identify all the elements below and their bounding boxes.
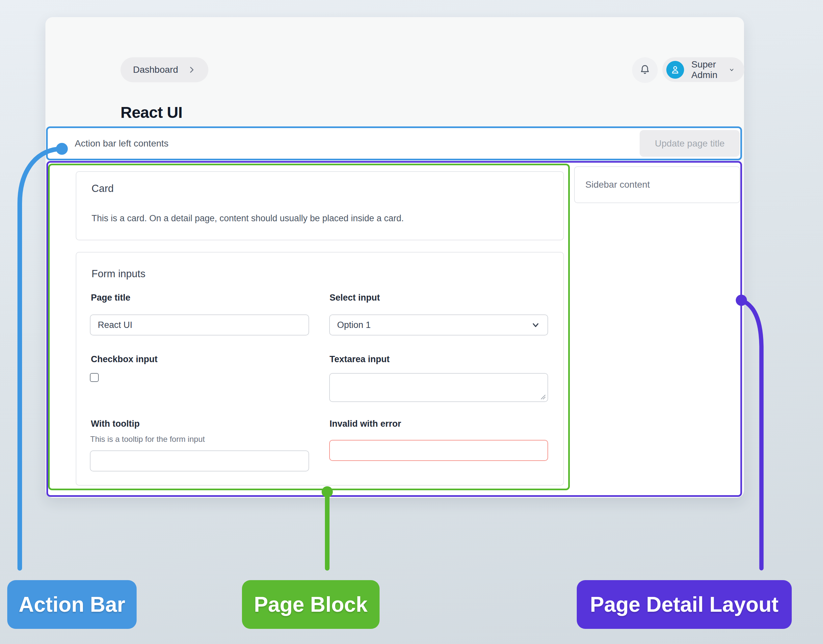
user-name: Super Admin bbox=[691, 59, 722, 80]
select-value: Option 1 bbox=[337, 320, 371, 330]
textarea-input[interactable] bbox=[329, 373, 548, 402]
page-detail-connector-line bbox=[741, 300, 762, 568]
textarea-input-label: Textarea input bbox=[330, 354, 390, 365]
checkbox-input-label: Checkbox input bbox=[91, 354, 158, 365]
legend-action-bar: Action Bar bbox=[7, 580, 136, 629]
invalid-error-input[interactable] bbox=[329, 440, 548, 461]
user-icon bbox=[670, 64, 681, 75]
action-bar-left-text: Action bar left contents bbox=[75, 138, 169, 149]
chevron-down-icon bbox=[729, 65, 734, 75]
with-tooltip-input[interactable] bbox=[90, 451, 309, 471]
legend-page-detail-layout: Page Detail Layout bbox=[577, 580, 792, 629]
update-page-title-button[interactable]: Update page title bbox=[640, 130, 740, 157]
legend-page-block: Page Block bbox=[242, 580, 380, 629]
with-tooltip-label: With tooltip bbox=[91, 419, 139, 429]
textarea-wrap bbox=[329, 373, 548, 402]
bell-icon bbox=[639, 64, 651, 77]
page-title-label: Page title bbox=[91, 293, 130, 303]
breadcrumb-item-dashboard[interactable]: Dashboard bbox=[133, 64, 178, 75]
sidebar-card: Sidebar content bbox=[574, 166, 740, 203]
resize-corner-icon[interactable] bbox=[540, 394, 546, 400]
sidebar-content-text: Sidebar content bbox=[585, 179, 650, 190]
checkbox-input[interactable] bbox=[90, 373, 99, 382]
form-card-title: Form inputs bbox=[92, 268, 146, 280]
invalid-with-error-label: Invalid with error bbox=[330, 419, 401, 429]
chevron-down-icon bbox=[531, 320, 540, 330]
breadcrumb[interactable]: Dashboard bbox=[121, 57, 208, 82]
select-input-label: Select input bbox=[330, 293, 380, 303]
page-title: React UI bbox=[121, 103, 182, 121]
tooltip-text: This is a tooltip for the form input bbox=[90, 435, 205, 444]
chevron-right-icon bbox=[187, 66, 196, 74]
card-body-text: This is a card. On a detail page, conten… bbox=[92, 213, 404, 224]
action-bar: Action bar left contents Update page tit… bbox=[46, 126, 742, 160]
notifications-button[interactable] bbox=[632, 57, 658, 83]
user-menu[interactable]: Super Admin bbox=[662, 57, 744, 82]
avatar bbox=[666, 61, 684, 79]
card: Card This is a card. On a detail page, c… bbox=[76, 171, 564, 240]
card-title: Card bbox=[92, 183, 113, 195]
page-title-input[interactable] bbox=[90, 314, 309, 336]
select-input[interactable]: Option 1 bbox=[329, 314, 548, 336]
